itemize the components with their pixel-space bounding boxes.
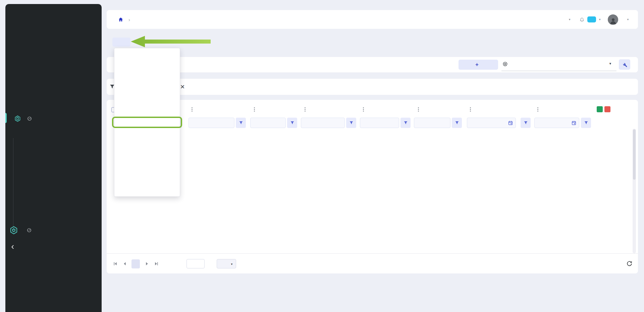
- chevron-left-icon: [10, 244, 15, 250]
- kebab-icon[interactable]: [305, 107, 306, 112]
- filter-input-model[interactable]: [189, 118, 234, 128]
- actions-dropdown-menu: [114, 48, 180, 197]
- scrollbar[interactable]: [633, 129, 636, 253]
- close-icon: ✕: [180, 84, 185, 90]
- gauge-icon: [27, 228, 32, 233]
- chevron-down-icon: ▼: [598, 18, 601, 21]
- gauge-icon: [27, 116, 32, 121]
- kebab-icon[interactable]: [363, 107, 364, 112]
- kebab-icon[interactable]: [254, 107, 255, 112]
- chevron-down-icon: ▼: [230, 263, 233, 266]
- export-excel-button[interactable]: [597, 106, 603, 112]
- notifications-button[interactable]: ▼: [579, 16, 601, 22]
- plus-icon: +: [475, 62, 478, 68]
- column-header-activity[interactable]: [467, 107, 471, 112]
- kebab-icon[interactable]: [192, 107, 193, 112]
- filter-input-imei[interactable]: [301, 118, 345, 128]
- chevron-down-icon[interactable]: ▼: [627, 18, 629, 21]
- filter-input-activity[interactable]: [467, 118, 516, 128]
- annotation-arrow: [129, 35, 212, 49]
- filter-button-created[interactable]: [581, 118, 591, 128]
- pager-next-button[interactable]: [144, 261, 150, 266]
- kebab-icon[interactable]: [418, 107, 419, 112]
- column-header-agent[interactable]: [415, 107, 419, 112]
- notification-badge: [587, 16, 596, 22]
- pager-page-button[interactable]: [131, 259, 140, 268]
- tree-connector: [13, 138, 13, 231]
- mobile-icon: [14, 115, 21, 122]
- page-size-select[interactable]: ▼: [217, 259, 236, 268]
- devices-table: ▼: [107, 100, 638, 273]
- filter-input-producent[interactable]: [250, 118, 286, 128]
- top-header: › ▼ ▼ ▼: [107, 10, 638, 29]
- logo: [5, 11, 102, 23]
- view-select-underline: [501, 71, 616, 71]
- add-view-button[interactable]: +: [459, 60, 498, 70]
- page-number-input[interactable]: [186, 259, 205, 268]
- pager-prev-button[interactable]: [122, 261, 127, 266]
- home-icon[interactable]: [118, 17, 123, 22]
- filter-input-created[interactable]: [534, 118, 579, 128]
- kebab-icon[interactable]: [537, 107, 538, 112]
- filter-button-system[interactable]: [400, 118, 411, 128]
- chevron-down-icon: ▼: [568, 18, 571, 21]
- calendar-icon[interactable]: [571, 120, 577, 126]
- pagination: ▼: [107, 253, 638, 273]
- scrollbar-thumb[interactable]: [633, 129, 636, 180]
- view-settings-button[interactable]: [619, 59, 630, 70]
- column-header-model[interactable]: [189, 107, 193, 112]
- pager-last-button[interactable]: [154, 261, 159, 266]
- eye-icon: [502, 61, 508, 67]
- column-header-imei[interactable]: [302, 107, 306, 112]
- bell-icon: [579, 16, 585, 22]
- chevron-down-icon: ▼: [609, 62, 612, 65]
- export-pdf-button[interactable]: [604, 106, 610, 112]
- column-header-system[interactable]: [360, 107, 364, 112]
- sidebar-toggle-menu[interactable]: [5, 242, 102, 252]
- wrench-icon: [622, 62, 627, 67]
- filter-button-imei[interactable]: [346, 118, 356, 128]
- filter-button-activity[interactable]: [521, 118, 531, 128]
- user-area: ▼ ▼ ▼: [565, 10, 629, 29]
- filter-input-agent[interactable]: [414, 118, 450, 128]
- actions-button[interactable]: [112, 38, 130, 47]
- settings-icon: [9, 226, 18, 235]
- filter-button-producent[interactable]: [287, 118, 297, 128]
- person-icon: [609, 17, 617, 25]
- language-selector[interactable]: ▼: [565, 18, 571, 21]
- kebab-icon[interactable]: [470, 107, 471, 112]
- breadcrumb: ›: [118, 10, 135, 29]
- view-select[interactable]: ▼: [501, 59, 616, 70]
- column-header-producent[interactable]: [251, 107, 255, 112]
- views-bar: + ▼: [107, 57, 638, 72]
- avatar[interactable]: [608, 14, 618, 25]
- filter-button-model[interactable]: [236, 118, 246, 128]
- sidebar-item-settings[interactable]: [5, 224, 102, 237]
- filter-input-system[interactable]: [360, 118, 399, 128]
- column-header-created[interactable]: [534, 107, 538, 112]
- refresh-button[interactable]: [626, 260, 633, 267]
- pager-first-button[interactable]: [113, 261, 118, 266]
- calendar-icon[interactable]: [508, 120, 513, 126]
- screen: › ▼ ▼ ▼ +: [0, 0, 644, 312]
- sidebar-item-mobile-management[interactable]: [5, 114, 102, 123]
- breadcrumb-separator: ›: [128, 17, 130, 22]
- filter-button-agent[interactable]: [452, 118, 462, 128]
- sidebar: [5, 4, 102, 312]
- deselect-all-button[interactable]: ✕: [180, 79, 189, 95]
- selection-toolbar: ✕: [107, 79, 638, 95]
